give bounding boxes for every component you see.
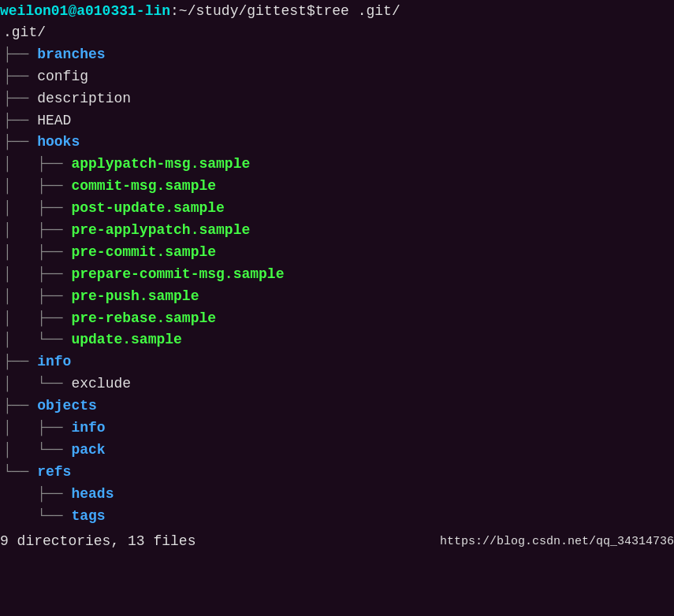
list-item: ├── HEAD	[3, 110, 674, 132]
list-item: └── refs	[3, 462, 674, 484]
list-item: │ ├── post-update.sample	[3, 198, 674, 220]
dir-objects-pack: pack	[71, 440, 105, 462]
dir-info: info	[37, 351, 71, 373]
tree-char: │ ├──	[3, 242, 71, 264]
dir-hooks: hooks	[37, 132, 80, 154]
file-description: description	[37, 88, 131, 110]
list-item: ├── description	[3, 88, 674, 110]
list-item: │ ├── pre-rebase.sample	[3, 308, 674, 330]
dir-tags: tags	[71, 506, 105, 528]
list-item: ├── info	[3, 351, 674, 373]
file-post-update: post-update.sample	[71, 198, 224, 220]
dir-branches: branches	[37, 44, 105, 66]
file-commit-msg: commit-msg.sample	[71, 176, 216, 198]
dir-heads: heads	[71, 484, 114, 506]
list-item: │ ├── pre-commit.sample	[3, 242, 674, 264]
tree-char: └──	[3, 462, 37, 484]
file-pre-rebase: pre-rebase.sample	[71, 308, 216, 330]
prompt-line: weilon01@a010331-lin:~/study/gittest$ tr…	[0, 2, 674, 22]
list-item: │ └── pack	[3, 440, 674, 462]
tree-char: │ ├──	[3, 308, 71, 330]
footer: 9 directories, 13 files https://blog.csd…	[0, 527, 674, 549]
root-line: .git/	[3, 22, 674, 44]
list-item: ├── heads	[3, 484, 674, 506]
file-applypatch: applypatch-msg.sample	[71, 154, 250, 176]
tree-char: │ ├──	[3, 220, 71, 242]
prompt-dollar: $	[307, 3, 315, 19]
list-item: │ ├── prepare-commit-msg.sample	[3, 264, 674, 286]
tree-char: │ ├──	[3, 154, 71, 176]
list-item: │ └── update.sample	[3, 329, 674, 351]
tree-char: │ ├──	[3, 198, 71, 220]
terminal: weilon01@a010331-lin:~/study/gittest$ tr…	[0, 0, 674, 616]
prompt-command: tree .git/	[315, 3, 400, 19]
tree-char: └──	[3, 506, 71, 528]
list-item: │ └── exclude	[3, 373, 674, 395]
tree-char: │ ├──	[3, 286, 71, 308]
file-prepare-commit-msg: prepare-commit-msg.sample	[71, 264, 284, 286]
tree-char: │ └──	[3, 373, 71, 395]
dir-objects-info: info	[71, 417, 105, 440]
dir-refs: refs	[37, 462, 71, 484]
list-item: ├── branches	[3, 44, 674, 66]
root-name: .git/	[3, 22, 46, 44]
prompt-path: :~/study/gittest	[170, 3, 307, 19]
url-text: https://blog.csdn.net/qq_34314736	[440, 535, 674, 548]
tree-char: ├──	[3, 484, 71, 506]
tree-char: ├──	[3, 110, 37, 132]
list-item: └── tags	[3, 506, 674, 528]
tree-char: ├──	[3, 66, 37, 88]
tree-char: ├──	[3, 88, 37, 110]
file-pre-push: pre-push.sample	[71, 286, 199, 308]
tree-output: .git/ ├── branches ├── config ├── descri…	[0, 22, 674, 527]
tree-char: │ └──	[3, 440, 71, 462]
list-item: │ ├── pre-push.sample	[3, 286, 674, 308]
tree-char: ├──	[3, 132, 37, 154]
summary-text: 9 directories, 13 files	[0, 533, 195, 549]
tree-char: ├──	[3, 351, 37, 373]
tree-char: │ └──	[3, 329, 71, 351]
tree-char: │ ├──	[3, 264, 71, 286]
list-item: ├── config	[3, 66, 674, 88]
file-head: HEAD	[37, 110, 71, 132]
file-exclude: exclude	[71, 373, 131, 395]
tree-char: ├──	[3, 395, 37, 417]
file-update: update.sample	[71, 329, 181, 351]
list-item: ├── hooks	[3, 132, 674, 154]
tree-char: │ ├──	[3, 417, 71, 440]
tree-char: ├──	[3, 44, 37, 66]
dir-objects: objects	[37, 395, 97, 417]
file-config: config	[37, 66, 88, 88]
file-pre-commit: pre-commit.sample	[71, 242, 216, 264]
tree-char: │ ├──	[3, 176, 71, 198]
list-item: │ ├── info	[3, 417, 674, 440]
list-item: ├── objects	[3, 395, 674, 417]
list-item: │ ├── applypatch-msg.sample	[3, 154, 674, 176]
list-item: │ ├── pre-applypatch.sample	[3, 220, 674, 242]
list-item: │ ├── commit-msg.sample	[3, 176, 674, 198]
file-pre-applypatch: pre-applypatch.sample	[71, 220, 250, 242]
user-host: weilon01@a010331-lin	[0, 3, 170, 19]
